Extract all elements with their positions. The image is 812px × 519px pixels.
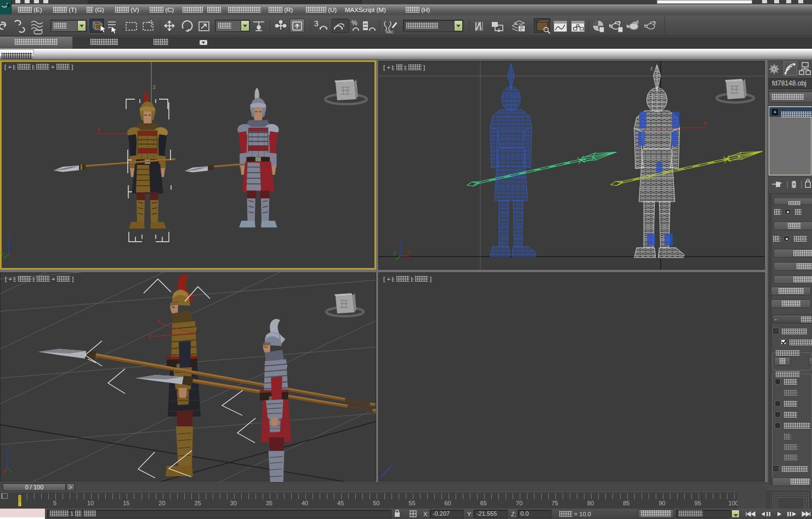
svg-text:x: x	[97, 126, 100, 133]
svg-text:x: x	[408, 249, 411, 254]
svg-text:z: z	[153, 84, 156, 90]
svg-text:y: y	[149, 333, 151, 339]
svg-text:z: z	[650, 65, 653, 71]
svg-text:x: x	[703, 119, 707, 126]
svg-text:z: z	[401, 237, 404, 242]
svg-text:y: y	[394, 250, 396, 255]
svg-text:3: 3	[314, 19, 319, 28]
svg-text:z: z	[10, 231, 13, 237]
svg-text:y: y	[1, 251, 4, 256]
svg-text:%: %	[351, 19, 357, 27]
svg-text:x: x	[157, 318, 160, 324]
svg-text:ABC: ABC	[386, 30, 394, 34]
svg-text:z: z	[9, 444, 12, 449]
